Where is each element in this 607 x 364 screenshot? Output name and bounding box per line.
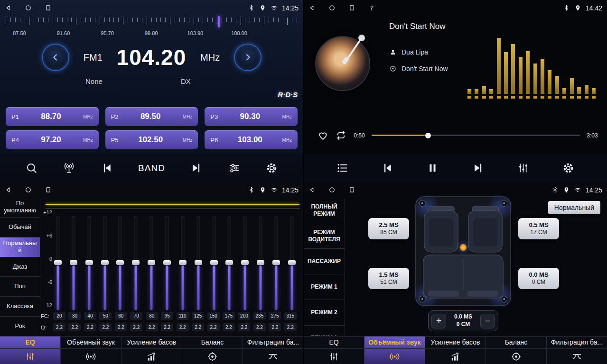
eq-band-slider[interactable] — [287, 216, 297, 310]
slider-knob[interactable] — [85, 260, 93, 265]
eq-band-slider[interactable] — [115, 216, 125, 310]
preset-P5[interactable]: P5102.50MHz — [105, 130, 198, 149]
band-button[interactable]: BAND — [138, 163, 165, 173]
tuner-sliders-button[interactable] — [228, 162, 241, 174]
eq-preset-item[interactable]: Джаз — [0, 257, 40, 277]
frequency-scale[interactable]: 87.5091.6095.7099.80103.90108.00 — [6, 18, 298, 39]
slider-knob[interactable] — [148, 260, 155, 265]
preset-P1[interactable]: P188.70MHz — [6, 107, 99, 126]
eq-preset-item[interactable]: Обычай — [0, 218, 40, 237]
listening-mode-item[interactable]: РЕЖИМ ВОДИТЕЛЯ — [304, 223, 345, 249]
eq-band-slider[interactable] — [194, 216, 203, 310]
preset-P3[interactable]: P390.30MHz — [205, 107, 298, 126]
slider-knob[interactable] — [163, 260, 171, 265]
home-button[interactable] — [328, 186, 336, 193]
listening-mode-item[interactable]: РЕЖИМ 2 — [304, 300, 345, 326]
previous-button[interactable] — [381, 162, 394, 174]
favorite-button[interactable] — [317, 129, 329, 141]
eq-band-slider[interactable] — [209, 216, 219, 310]
eq-sliders-button[interactable] — [517, 162, 530, 174]
album-art[interactable] — [315, 36, 370, 91]
home-button[interactable] — [328, 4, 336, 11]
decrease-button[interactable]: − — [480, 314, 495, 328]
recents-button[interactable] — [45, 186, 52, 193]
settings-button[interactable] — [265, 162, 278, 174]
recents-button[interactable] — [45, 4, 52, 11]
tab-bass-boost[interactable]: Усиление басов — [121, 337, 182, 364]
listening-mode-item[interactable]: ПАССАЖИР — [304, 249, 345, 274]
eq-band-slider[interactable] — [178, 216, 187, 310]
previous-button[interactable] — [101, 162, 113, 174]
tab-filter[interactable]: Фильтрация ба... — [243, 337, 303, 364]
slider-knob[interactable] — [70, 260, 77, 265]
progress-bar[interactable] — [372, 135, 580, 136]
eq-band-slider[interactable] — [84, 216, 94, 310]
next-button[interactable] — [472, 162, 485, 174]
slider-knob[interactable] — [54, 260, 62, 265]
tab-bass-boost[interactable]: Усиление басов — [425, 337, 486, 364]
slider-knob[interactable] — [195, 260, 202, 265]
settings-button[interactable] — [562, 162, 575, 174]
eq-preset-item[interactable]: Нормальный — [0, 237, 40, 257]
slider-knob[interactable] — [101, 260, 109, 265]
slider-knob[interactable] — [210, 260, 218, 265]
slider-knob[interactable] — [116, 260, 124, 265]
back-button[interactable] — [308, 186, 316, 193]
preset-normal-button[interactable]: Нормальный — [548, 201, 600, 214]
home-button[interactable] — [25, 4, 32, 11]
tab-balance[interactable]: Баланс — [486, 337, 547, 364]
progress-knob[interactable] — [425, 133, 431, 138]
slider-knob[interactable] — [241, 260, 249, 265]
playlist-button[interactable] — [336, 162, 349, 174]
eq-preset-item[interactable]: Поп — [0, 277, 40, 297]
eq-band-slider[interactable] — [100, 216, 110, 310]
back-button[interactable] — [308, 4, 316, 11]
search-button[interactable] — [25, 162, 38, 174]
broadcast-button[interactable] — [63, 162, 75, 174]
slider-knob[interactable] — [272, 260, 280, 265]
eq-preset-item[interactable]: По умолчанию — [0, 198, 40, 218]
eq-preset-item[interactable]: Классика — [0, 297, 40, 317]
preset-P2[interactable]: P289.50MHz — [105, 107, 198, 126]
back-button[interactable] — [5, 4, 12, 11]
eq-band-slider[interactable] — [131, 216, 140, 310]
slider-knob[interactable] — [257, 260, 264, 265]
tab-filter[interactable]: Фильтрация ба... — [547, 337, 607, 364]
eq-band-slider[interactable] — [240, 216, 250, 310]
preset-P4[interactable]: P497.20MHz — [6, 130, 99, 149]
slider-knob[interactable] — [288, 260, 296, 265]
listening-mode-item[interactable]: РЕЖИМ 1 — [304, 274, 345, 300]
eq-band-slider[interactable] — [162, 216, 172, 310]
eq-band-slider[interactable] — [53, 216, 63, 310]
listening-mode-item[interactable]: ПОЛНЫЙ РЕЖИМ — [304, 198, 345, 223]
recents-button[interactable] — [348, 4, 355, 11]
eq-band-slider[interactable] — [271, 216, 281, 310]
back-button[interactable] — [5, 186, 12, 193]
slider-knob[interactable] — [132, 260, 140, 265]
recents-button[interactable] — [348, 186, 355, 193]
eq-band-slider[interactable] — [147, 216, 156, 310]
eq-band-slider[interactable] — [224, 216, 234, 310]
eq-preset-item[interactable]: Рок — [0, 317, 40, 337]
delay-front-left[interactable]: 2.5 MS 85 CM — [368, 218, 409, 239]
tab-eq-sliders[interactable]: EQ — [0, 337, 61, 364]
tab-surround[interactable]: Объёмный звук — [364, 337, 425, 364]
tune-down-button[interactable] — [42, 44, 69, 71]
slider-knob[interactable] — [225, 260, 233, 265]
tune-up-button[interactable] — [234, 44, 261, 71]
tuning-pointer[interactable] — [218, 16, 220, 27]
eq-band-slider[interactable] — [69, 216, 78, 310]
slider-knob[interactable] — [179, 260, 187, 265]
home-button[interactable] — [25, 186, 32, 193]
delay-rear-right[interactable]: 0.0 MS 0 CM — [518, 268, 559, 289]
delay-rear-left[interactable]: 1.5 MS 51 CM — [368, 268, 409, 289]
delay-front-right[interactable]: 0.5 MS 17 CM — [518, 218, 559, 239]
tab-balance[interactable]: Баланс — [182, 337, 243, 364]
increase-button[interactable]: + — [431, 314, 446, 328]
next-button[interactable] — [190, 162, 203, 174]
tab-surround[interactable]: Объёмный звук — [61, 337, 121, 364]
tab-eq-sliders[interactable]: EQ — [304, 337, 364, 364]
eq-band-slider[interactable] — [256, 216, 265, 310]
repeat-button[interactable] — [335, 129, 347, 141]
pause-button[interactable] — [426, 162, 439, 174]
